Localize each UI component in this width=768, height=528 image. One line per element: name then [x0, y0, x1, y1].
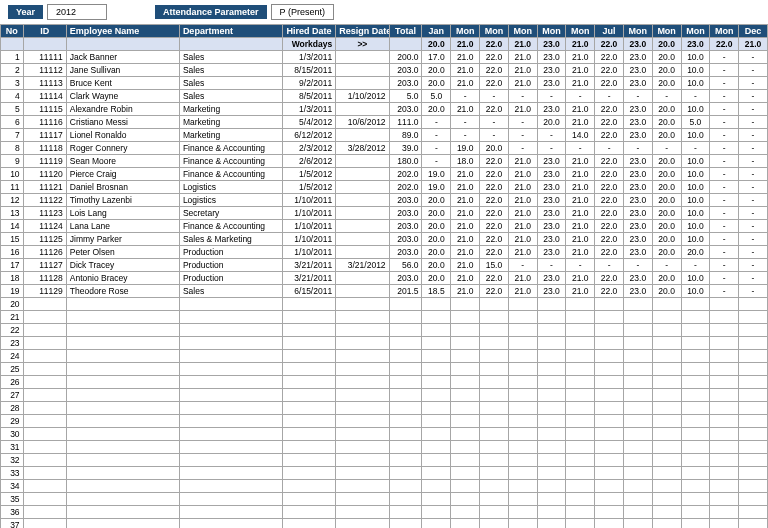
table-row[interactable]: 1511125Jimmy ParkerSales & Marketing1/10… — [1, 233, 768, 246]
param-value[interactable]: P (Present) — [271, 4, 334, 20]
cell-empty — [389, 389, 422, 402]
year-value[interactable]: 2012 — [47, 4, 107, 20]
cell-empty — [451, 428, 480, 441]
cell-empty — [739, 506, 768, 519]
table-row[interactable]: 211112Jane SullivanSales8/15/2011203.020… — [1, 64, 768, 77]
table-row-empty[interactable]: 26 — [1, 376, 768, 389]
cell-month: 23.0 — [623, 77, 652, 90]
cell-month: - — [422, 155, 451, 168]
cell-month: - — [739, 220, 768, 233]
cell-month: 23.0 — [623, 64, 652, 77]
table-row-empty[interactable]: 34 — [1, 480, 768, 493]
cell-empty — [623, 298, 652, 311]
cell-dept: Logistics — [179, 194, 282, 207]
cell-month: 22.0 — [595, 77, 624, 90]
cell-empty — [389, 376, 422, 389]
hdr-month: Mon — [710, 25, 739, 38]
cell-empty — [66, 389, 179, 402]
table-row-empty[interactable]: 24 — [1, 350, 768, 363]
cell-no: 3 — [1, 77, 24, 90]
cell-empty — [710, 454, 739, 467]
cell-empty — [282, 376, 335, 389]
cell-empty — [652, 415, 681, 428]
cell-empty — [566, 311, 595, 324]
cell-empty — [422, 337, 451, 350]
cell-empty — [566, 428, 595, 441]
cell-empty — [739, 376, 768, 389]
cell-month: - — [710, 142, 739, 155]
cell-month: 20.0 — [652, 207, 681, 220]
table-row-empty[interactable]: 25 — [1, 363, 768, 376]
table-row-empty[interactable]: 27 — [1, 389, 768, 402]
cell-empty — [566, 298, 595, 311]
hdr-id: ID — [23, 25, 66, 38]
table-row[interactable]: 411114Clark WayneSales8/5/20111/10/20125… — [1, 90, 768, 103]
cell-month: - — [739, 103, 768, 116]
table-row-empty[interactable]: 29 — [1, 415, 768, 428]
table-row-empty[interactable]: 30 — [1, 428, 768, 441]
cell-name: Jack Banner — [66, 51, 179, 64]
cell-total: 203.0 — [389, 220, 422, 233]
cell-month: 10.0 — [681, 272, 710, 285]
cell-month: 10.0 — [681, 181, 710, 194]
table-row[interactable]: 311113Bruce KentSales9/2/2011203.020.021… — [1, 77, 768, 90]
cell-month: - — [480, 116, 509, 129]
cell-empty — [681, 428, 710, 441]
cell-resign: 10/6/2012 — [336, 116, 389, 129]
table-row-empty[interactable]: 37 — [1, 519, 768, 529]
cell-empty — [480, 298, 509, 311]
cell-no: 7 — [1, 129, 24, 142]
cell-total: 202.0 — [389, 168, 422, 181]
cell-month: 10.0 — [681, 77, 710, 90]
cell-empty — [389, 441, 422, 454]
table-row-empty[interactable]: 20 — [1, 298, 768, 311]
table-row-empty[interactable]: 22 — [1, 324, 768, 337]
cell-month: 21.0 — [451, 51, 480, 64]
cell-empty — [566, 389, 595, 402]
table-row-empty[interactable]: 28 — [1, 402, 768, 415]
table-row[interactable]: 611116Cristiano MessiMarketing5/4/201210… — [1, 116, 768, 129]
cell-empty — [23, 480, 66, 493]
cell-empty — [179, 389, 282, 402]
table-row[interactable]: 1311123Lois LangSecretary1/10/2011203.02… — [1, 207, 768, 220]
cell-empty — [508, 467, 537, 480]
table-row-empty[interactable]: 36 — [1, 506, 768, 519]
table-row[interactable]: 1811128Antonio BraceyProduction3/21/2011… — [1, 272, 768, 285]
table-row-empty[interactable]: 21 — [1, 311, 768, 324]
cell-empty — [66, 428, 179, 441]
cell-month: 10.0 — [681, 194, 710, 207]
cell-month: 20.0 — [652, 285, 681, 298]
table-row[interactable]: 1711127Dick TraceyProduction3/21/20113/2… — [1, 259, 768, 272]
cell-month: - — [422, 129, 451, 142]
table-row[interactable]: 1911129Theodore RoseSales6/15/2011201.51… — [1, 285, 768, 298]
table-row-empty[interactable]: 31 — [1, 441, 768, 454]
table-row-empty[interactable]: 32 — [1, 454, 768, 467]
cell-dept: Sales — [179, 90, 282, 103]
sub-wd: 23.0 — [623, 38, 652, 51]
cell-empty — [739, 441, 768, 454]
table-row[interactable]: 911119Sean MooreFinance & Accounting2/6/… — [1, 155, 768, 168]
table-row-empty[interactable]: 23 — [1, 337, 768, 350]
table-row[interactable]: 1611126Peter OlsenProduction1/10/2011203… — [1, 246, 768, 259]
cell-name: Lionel Ronaldo — [66, 129, 179, 142]
cell-month: 23.0 — [623, 129, 652, 142]
table-row-empty[interactable]: 35 — [1, 493, 768, 506]
cell-hired: 2/6/2012 — [282, 155, 335, 168]
table-row[interactable]: 111111Jack BannerSales1/3/2011200.017.02… — [1, 51, 768, 64]
cell-empty — [652, 402, 681, 415]
cell-empty — [451, 519, 480, 529]
cell-empty — [336, 480, 389, 493]
table-row[interactable]: 1411124Lana LaneFinance & Accounting1/10… — [1, 220, 768, 233]
cell-month: - — [739, 272, 768, 285]
cell-month: - — [739, 285, 768, 298]
table-row[interactable]: 511115Alexandre RobinMarketing1/3/201120… — [1, 103, 768, 116]
cell-empty — [451, 441, 480, 454]
table-row[interactable]: 711117Lionel RonaldoMarketing6/12/201289… — [1, 129, 768, 142]
table-row[interactable]: 1211122Timothy LazenbiLogistics1/10/2011… — [1, 194, 768, 207]
table-row[interactable]: 811118Roger ConneryFinance & Accounting2… — [1, 142, 768, 155]
cell-month: - — [710, 77, 739, 90]
table-row[interactable]: 1011120Pierce CraigFinance & Accounting1… — [1, 168, 768, 181]
cell-no: 10 — [1, 168, 24, 181]
table-row[interactable]: 1111121Daniel BrosnanLogistics1/5/201220… — [1, 181, 768, 194]
table-row-empty[interactable]: 33 — [1, 467, 768, 480]
